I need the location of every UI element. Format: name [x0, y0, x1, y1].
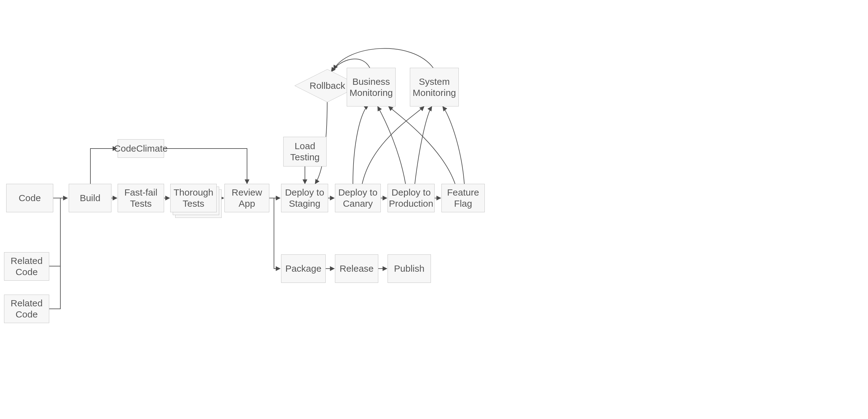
node-feature-flag: Feature Flag [441, 184, 485, 212]
node-deploy-staging: Deploy to Staging [281, 184, 328, 212]
node-thorough-tests: Thorough Tests [170, 184, 217, 212]
node-package: Package [281, 254, 326, 283]
node-deploy-canary: Deploy to Canary [335, 184, 381, 212]
node-system-monitoring: System Monitoring [410, 68, 459, 106]
node-publish: Publish [388, 254, 431, 283]
node-review-app: Review App [224, 184, 269, 212]
node-deploy-production: Deploy to Production [388, 184, 435, 212]
node-related-code-2: Related Code [4, 295, 49, 323]
node-related-code-1: Related Code [4, 252, 49, 281]
node-release: Release [335, 254, 378, 283]
node-build: Build [69, 184, 112, 212]
node-code: Code [6, 184, 53, 212]
node-fast-fail-tests: Fast-fail Tests [118, 184, 164, 212]
node-load-testing: Load Testing [283, 137, 327, 166]
node-business-monitoring: Business Monitoring [347, 68, 396, 106]
node-codeclimate: CodeClimate [118, 139, 164, 158]
